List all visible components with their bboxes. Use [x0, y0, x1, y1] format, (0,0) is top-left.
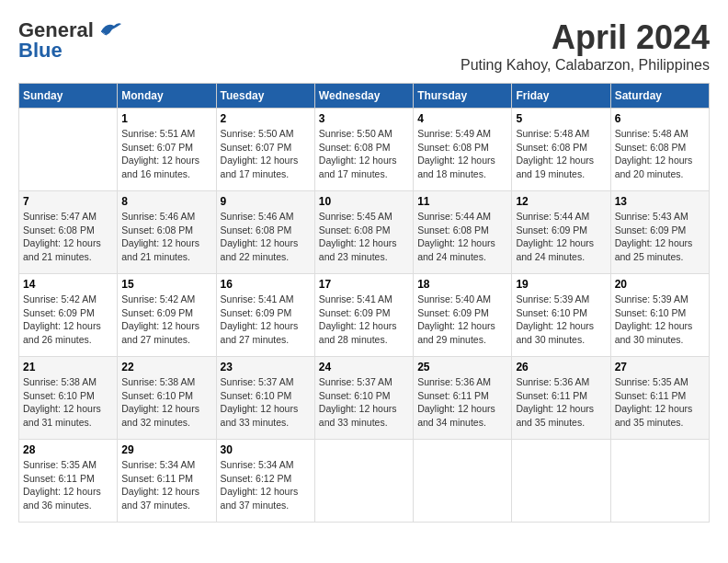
calendar-week-row: 1Sunrise: 5:51 AM Sunset: 6:07 PM Daylig… — [19, 109, 710, 191]
day-info: Sunrise: 5:50 AM Sunset: 6:07 PM Dayligh… — [221, 127, 311, 181]
calendar-day-cell: 28Sunrise: 5:35 AM Sunset: 6:11 PM Dayli… — [19, 440, 118, 523]
day-number: 18 — [417, 278, 507, 291]
calendar-day-cell: 2Sunrise: 5:50 AM Sunset: 6:07 PM Daylig… — [216, 109, 314, 191]
day-info: Sunrise: 5:36 AM Sunset: 6:11 PM Dayligh… — [516, 375, 606, 430]
page-header: General Blue April 2024 Puting Kahoy, Ca… — [18, 18, 710, 74]
day-number: 22 — [121, 361, 211, 373]
calendar-day-cell: 3Sunrise: 5:50 AM Sunset: 6:08 PM Daylig… — [314, 109, 413, 191]
day-info: Sunrise: 5:35 AM Sunset: 6:11 PM Dayligh… — [23, 458, 113, 512]
calendar-day-cell — [19, 109, 118, 191]
day-number: 20 — [615, 278, 705, 291]
day-info: Sunrise: 5:39 AM Sunset: 6:10 PM Dayligh… — [516, 293, 606, 347]
calendar-header-tuesday: Tuesday — [216, 84, 314, 109]
calendar-day-cell: 15Sunrise: 5:42 AM Sunset: 6:09 PM Dayli… — [118, 274, 216, 357]
day-info: Sunrise: 5:41 AM Sunset: 6:09 PM Dayligh… — [221, 293, 311, 347]
day-info: Sunrise: 5:36 AM Sunset: 6:11 PM Dayligh… — [417, 375, 507, 430]
day-number: 27 — [615, 361, 705, 373]
day-info: Sunrise: 5:48 AM Sunset: 6:08 PM Dayligh… — [615, 127, 705, 181]
calendar-day-cell: 7Sunrise: 5:47 AM Sunset: 6:08 PM Daylig… — [19, 191, 118, 274]
calendar-day-cell: 24Sunrise: 5:37 AM Sunset: 6:10 PM Dayli… — [314, 357, 413, 440]
title-block: April 2024 Puting Kahoy, Calabarzon, Phi… — [461, 18, 710, 74]
calendar-day-cell: 27Sunrise: 5:35 AM Sunset: 6:11 PM Dayli… — [610, 357, 709, 440]
day-number: 29 — [121, 443, 211, 456]
page-title: April 2024 — [461, 18, 710, 57]
calendar-header-friday: Friday — [512, 84, 610, 109]
day-number: 23 — [221, 361, 311, 373]
day-info: Sunrise: 5:51 AM Sunset: 6:07 PM Dayligh… — [121, 127, 211, 181]
day-info: Sunrise: 5:45 AM Sunset: 6:08 PM Dayligh… — [319, 210, 409, 264]
day-number: 13 — [615, 195, 705, 208]
day-number: 24 — [319, 361, 409, 373]
day-number: 17 — [319, 278, 409, 291]
calendar-day-cell: 19Sunrise: 5:39 AM Sunset: 6:10 PM Dayli… — [512, 274, 610, 357]
day-number: 10 — [319, 195, 409, 208]
day-number: 3 — [319, 112, 409, 125]
day-info: Sunrise: 5:44 AM Sunset: 6:08 PM Dayligh… — [417, 210, 507, 264]
day-number: 25 — [417, 361, 507, 373]
calendar-day-cell: 11Sunrise: 5:44 AM Sunset: 6:08 PM Dayli… — [414, 191, 512, 274]
calendar-day-cell — [414, 440, 512, 523]
day-info: Sunrise: 5:42 AM Sunset: 6:09 PM Dayligh… — [121, 293, 211, 347]
day-number: 16 — [221, 278, 311, 291]
calendar-day-cell: 25Sunrise: 5:36 AM Sunset: 6:11 PM Dayli… — [414, 357, 512, 440]
calendar-day-cell: 13Sunrise: 5:43 AM Sunset: 6:09 PM Dayli… — [610, 191, 709, 274]
day-number: 1 — [121, 112, 211, 125]
day-info: Sunrise: 5:46 AM Sunset: 6:08 PM Dayligh… — [121, 210, 211, 264]
calendar-day-cell: 12Sunrise: 5:44 AM Sunset: 6:09 PM Dayli… — [512, 191, 610, 274]
calendar-day-cell: 30Sunrise: 5:34 AM Sunset: 6:12 PM Dayli… — [216, 440, 314, 523]
day-info: Sunrise: 5:35 AM Sunset: 6:11 PM Dayligh… — [615, 375, 705, 430]
logo-bird-icon — [97, 20, 123, 40]
calendar-header-monday: Monday — [118, 84, 216, 109]
day-number: 12 — [516, 195, 606, 208]
calendar-header-row: SundayMondayTuesdayWednesdayThursdayFrid… — [19, 84, 710, 109]
day-info: Sunrise: 5:44 AM Sunset: 6:09 PM Dayligh… — [516, 210, 606, 264]
day-info: Sunrise: 5:48 AM Sunset: 6:08 PM Dayligh… — [516, 127, 606, 181]
day-info: Sunrise: 5:43 AM Sunset: 6:09 PM Dayligh… — [615, 210, 705, 264]
calendar-day-cell: 5Sunrise: 5:48 AM Sunset: 6:08 PM Daylig… — [512, 109, 610, 191]
calendar-day-cell: 14Sunrise: 5:42 AM Sunset: 6:09 PM Dayli… — [19, 274, 118, 357]
calendar-day-cell: 26Sunrise: 5:36 AM Sunset: 6:11 PM Dayli… — [512, 357, 610, 440]
day-number: 9 — [221, 195, 311, 208]
day-number: 19 — [516, 278, 606, 291]
calendar-day-cell: 9Sunrise: 5:46 AM Sunset: 6:08 PM Daylig… — [216, 191, 314, 274]
day-info: Sunrise: 5:50 AM Sunset: 6:08 PM Dayligh… — [319, 127, 409, 181]
calendar-day-cell: 1Sunrise: 5:51 AM Sunset: 6:07 PM Daylig… — [118, 109, 216, 191]
day-number: 2 — [221, 112, 311, 125]
day-number: 14 — [23, 278, 113, 291]
calendar-day-cell: 20Sunrise: 5:39 AM Sunset: 6:10 PM Dayli… — [610, 274, 709, 357]
day-info: Sunrise: 5:46 AM Sunset: 6:08 PM Dayligh… — [221, 210, 311, 264]
day-number: 21 — [23, 361, 113, 373]
calendar-day-cell: 17Sunrise: 5:41 AM Sunset: 6:09 PM Dayli… — [314, 274, 413, 357]
day-info: Sunrise: 5:41 AM Sunset: 6:09 PM Dayligh… — [319, 293, 409, 347]
day-number: 6 — [615, 112, 705, 125]
day-number: 15 — [121, 278, 211, 291]
day-info: Sunrise: 5:34 AM Sunset: 6:12 PM Dayligh… — [221, 458, 311, 512]
logo: General Blue — [18, 18, 123, 63]
calendar-day-cell: 29Sunrise: 5:34 AM Sunset: 6:11 PM Dayli… — [118, 440, 216, 523]
calendar-day-cell: 21Sunrise: 5:38 AM Sunset: 6:10 PM Dayli… — [19, 357, 118, 440]
page-subtitle: Puting Kahoy, Calabarzon, Philippines — [461, 57, 710, 74]
calendar-day-cell — [610, 440, 709, 523]
day-number: 7 — [23, 195, 113, 208]
day-info: Sunrise: 5:42 AM Sunset: 6:09 PM Dayligh… — [23, 293, 113, 347]
calendar-week-row: 14Sunrise: 5:42 AM Sunset: 6:09 PM Dayli… — [19, 274, 710, 357]
day-number: 26 — [516, 361, 606, 373]
day-info: Sunrise: 5:38 AM Sunset: 6:10 PM Dayligh… — [23, 375, 113, 430]
day-info: Sunrise: 5:47 AM Sunset: 6:08 PM Dayligh… — [23, 210, 113, 264]
calendar-day-cell: 23Sunrise: 5:37 AM Sunset: 6:10 PM Dayli… — [216, 357, 314, 440]
day-info: Sunrise: 5:49 AM Sunset: 6:08 PM Dayligh… — [417, 127, 507, 181]
calendar-day-cell — [314, 440, 413, 523]
calendar-day-cell: 4Sunrise: 5:49 AM Sunset: 6:08 PM Daylig… — [414, 109, 512, 191]
day-number: 30 — [221, 443, 311, 456]
calendar-table: SundayMondayTuesdayWednesdayThursdayFrid… — [18, 83, 710, 523]
calendar-day-cell — [512, 440, 610, 523]
calendar-day-cell: 22Sunrise: 5:38 AM Sunset: 6:10 PM Dayli… — [118, 357, 216, 440]
calendar-header-saturday: Saturday — [610, 84, 709, 109]
day-info: Sunrise: 5:39 AM Sunset: 6:10 PM Dayligh… — [615, 293, 705, 347]
day-info: Sunrise: 5:37 AM Sunset: 6:10 PM Dayligh… — [319, 375, 409, 430]
calendar-day-cell: 6Sunrise: 5:48 AM Sunset: 6:08 PM Daylig… — [610, 109, 709, 191]
day-number: 4 — [417, 112, 507, 125]
calendar-day-cell: 18Sunrise: 5:40 AM Sunset: 6:09 PM Dayli… — [414, 274, 512, 357]
calendar-week-row: 21Sunrise: 5:38 AM Sunset: 6:10 PM Dayli… — [19, 357, 710, 440]
logo-blue-text: Blue — [18, 39, 63, 63]
